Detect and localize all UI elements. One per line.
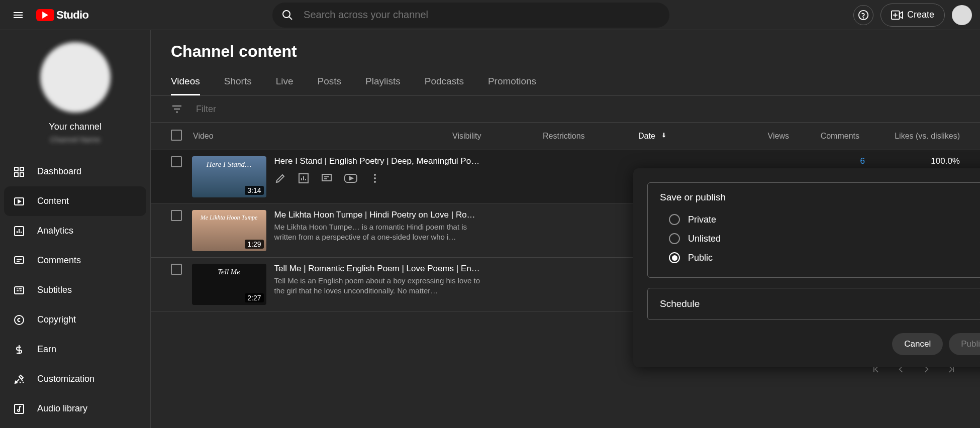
nav-comments[interactable]: Comments <box>0 246 150 275</box>
video-duration: 1:29 <box>245 240 263 249</box>
filter-icon[interactable] <box>171 103 183 115</box>
customization-icon <box>13 373 25 385</box>
video-thumbnail[interactable]: Tell Me 2:27 <box>192 264 266 305</box>
svg-line-1 <box>289 17 292 20</box>
help-button[interactable] <box>853 5 873 25</box>
svg-point-0 <box>283 11 290 18</box>
copyright-icon <box>13 314 25 326</box>
column-restrictions: Restrictions <box>543 132 638 141</box>
tab-podcasts[interactable]: Podcasts <box>425 71 464 95</box>
search-icon <box>281 9 293 21</box>
tab-shorts[interactable]: Shorts <box>224 71 252 95</box>
column-comments: Comments <box>789 132 859 141</box>
column-likes: Likes (vs. dislikes) <box>859 132 960 141</box>
cancel-button[interactable]: Cancel <box>892 333 943 355</box>
content-icon <box>13 195 25 207</box>
video-duration: 3:14 <box>245 186 263 195</box>
nav-label: Dashboard <box>37 166 81 177</box>
nav-label: Customization <box>37 374 94 384</box>
column-date[interactable]: Date <box>638 132 729 141</box>
user-avatar[interactable] <box>952 5 972 25</box>
column-visibility: Visibility <box>452 132 543 141</box>
sort-arrow-down-icon <box>660 132 667 139</box>
video-title[interactable]: Here I Stand | English Poetry | Deep, Me… <box>274 156 480 166</box>
svg-point-18 <box>374 174 376 176</box>
svg-rect-7 <box>15 173 18 176</box>
video-title[interactable]: Me Likhta Hoon Tumpe | Hindi Poetry on L… <box>274 210 480 220</box>
channel-name: Channel Name <box>50 135 100 144</box>
row-checkbox[interactable] <box>171 264 182 275</box>
create-label: Create <box>907 10 934 20</box>
select-all-checkbox[interactable] <box>171 130 182 141</box>
nav-content[interactable]: Content <box>4 186 146 216</box>
dashboard-icon <box>13 166 25 178</box>
row-checkbox[interactable] <box>171 156 182 167</box>
nav-label: Subtitles <box>37 285 72 295</box>
column-views: Views <box>729 132 789 141</box>
tab-videos[interactable]: Videos <box>171 71 200 95</box>
nav-customization[interactable]: Customization <box>0 364 150 394</box>
nav-dashboard[interactable]: Dashboard <box>0 157 150 186</box>
svg-rect-8 <box>20 173 24 176</box>
nav-copyright[interactable]: Copyright <box>0 305 150 335</box>
chevron-down-icon <box>977 298 980 309</box>
visibility-option-public[interactable]: Public <box>660 248 980 267</box>
likes-percent: 100.0% <box>865 156 960 166</box>
play-on-youtube-icon[interactable] <box>344 172 358 184</box>
comment-count[interactable]: 6 <box>860 156 865 166</box>
video-description: Me Likhta Hoon Tumpe… is a romantic Hind… <box>274 222 480 243</box>
popover-title: Save or publish <box>660 192 980 203</box>
svg-rect-16 <box>322 174 331 181</box>
radio-icon <box>669 252 680 263</box>
tab-live[interactable]: Live <box>276 71 293 95</box>
analytics-icon[interactable] <box>298 172 310 184</box>
create-button[interactable]: Create <box>880 4 945 27</box>
schedule-expander[interactable]: Schedule <box>647 288 980 320</box>
page-title: Channel content <box>151 30 980 66</box>
earn-icon <box>13 344 25 356</box>
subtitles-icon <box>13 284 25 296</box>
nav-subtitles[interactable]: Subtitles <box>0 275 150 305</box>
comments-icon <box>13 255 25 267</box>
video-thumbnail[interactable]: Here I Stand… 3:14 <box>192 156 266 197</box>
nav-label: Copyright <box>37 314 76 325</box>
visibility-option-private[interactable]: Private <box>660 210 980 229</box>
tab-posts[interactable]: Posts <box>318 71 342 95</box>
visibility-option-unlisted[interactable]: Unlisted <box>660 229 980 248</box>
tab-promotions[interactable]: Promotions <box>488 71 536 95</box>
video-thumbnail[interactable]: Me Likhta Hoon Tumpe 1:29 <box>192 210 266 251</box>
svg-rect-5 <box>15 167 18 171</box>
nav-label: Audio library <box>37 403 87 414</box>
svg-point-3 <box>863 18 864 18</box>
nav-audio-library[interactable]: Audio library <box>0 394 150 423</box>
nav-analytics[interactable]: Analytics <box>0 216 150 246</box>
hamburger-menu-button[interactable] <box>8 5 28 25</box>
video-description: Tell Me is an English poem about a boy e… <box>274 276 480 296</box>
svg-point-20 <box>374 181 376 183</box>
svg-rect-11 <box>15 257 24 263</box>
channel-avatar[interactable] <box>40 42 111 113</box>
row-checkbox[interactable] <box>171 210 182 221</box>
nav-label: Analytics <box>37 226 73 236</box>
filter-input[interactable] <box>196 104 313 115</box>
logo-text: Studio <box>56 9 88 22</box>
nav-label: Earn <box>37 344 56 355</box>
publish-button[interactable]: Publish <box>949 333 980 355</box>
nav-label: Content <box>37 196 69 206</box>
svg-point-13 <box>15 315 24 325</box>
create-icon <box>891 10 903 20</box>
svg-rect-12 <box>15 287 24 294</box>
comments-icon[interactable] <box>321 172 333 184</box>
svg-rect-6 <box>20 167 24 171</box>
video-title[interactable]: Tell Me | Romantic English Poem | Love P… <box>274 264 480 274</box>
nav-earn[interactable]: Earn <box>0 335 150 364</box>
youtube-studio-logo[interactable]: Studio <box>36 9 88 22</box>
tab-playlists[interactable]: Playlists <box>365 71 401 95</box>
search-input[interactable] <box>304 9 660 21</box>
edit-icon[interactable] <box>274 172 286 184</box>
search-box[interactable] <box>272 3 669 28</box>
svg-point-19 <box>374 177 376 179</box>
your-channel-label: Your channel <box>49 122 101 132</box>
audio-library-icon <box>13 403 25 415</box>
more-options-icon[interactable] <box>369 172 381 184</box>
